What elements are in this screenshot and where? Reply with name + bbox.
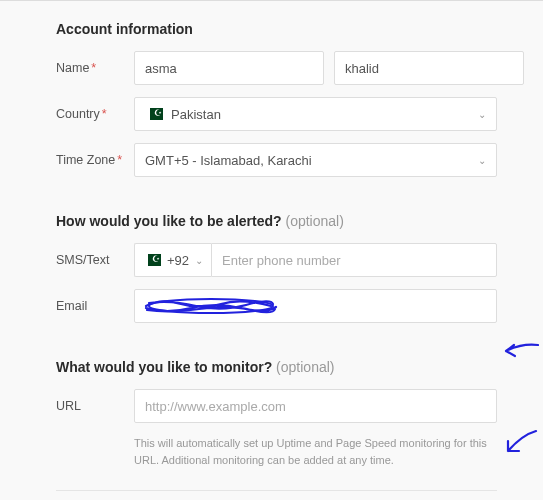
section-alert-title: How would you like to be alerted? (optio… [56,213,497,229]
chevron-down-icon: ⌄ [195,255,203,266]
section-monitor-title: What would you like to monitor? (optiona… [56,359,497,375]
chevron-down-icon: ⌄ [478,109,486,120]
redaction-scribble-icon [141,294,281,318]
required-indicator: * [91,61,96,75]
chevron-down-icon: ⌄ [478,155,486,166]
row-timezone: Time Zone* GMT+5 - Islamabad, Karachi ⌄ [56,143,497,177]
timezone-label: Time Zone* [56,153,134,167]
required-indicator: * [102,107,107,121]
row-sms: SMS/Text +92 ⌄ [56,243,497,277]
email-input[interactable] [134,289,497,323]
country-select[interactable]: Pakistan ⌄ [134,97,497,131]
sms-label: SMS/Text [56,253,134,267]
url-helper-text: This will automatically set up Uptime an… [134,435,497,468]
dial-code-value: +92 [167,253,189,268]
optional-label: (optional) [276,359,334,375]
required-indicator: * [117,153,122,167]
optional-label: (optional) [285,213,343,229]
row-name: Name* [56,51,497,85]
last-name-input[interactable] [334,51,524,85]
divider [56,490,497,491]
pakistan-flag-icon [143,254,161,266]
email-label: Email [56,299,134,313]
section-account-title: Account information [56,21,497,37]
row-country: Country* Pakistan ⌄ [56,97,497,131]
url-label: URL [56,399,134,413]
url-input[interactable] [134,389,497,423]
country-value: Pakistan [171,107,478,122]
dial-code-select[interactable]: +92 ⌄ [134,243,211,277]
name-label: Name* [56,61,134,75]
timezone-select[interactable]: GMT+5 - Islamabad, Karachi ⌄ [134,143,497,177]
first-name-input[interactable] [134,51,324,85]
row-url: URL [56,389,497,423]
registration-form: Account information Name* Country* Pakis… [0,1,543,500]
timezone-value: GMT+5 - Islamabad, Karachi [145,153,478,168]
pakistan-flag-icon [145,108,163,120]
country-label: Country* [56,107,134,121]
row-email: Email [56,289,497,323]
phone-input[interactable] [211,243,497,277]
